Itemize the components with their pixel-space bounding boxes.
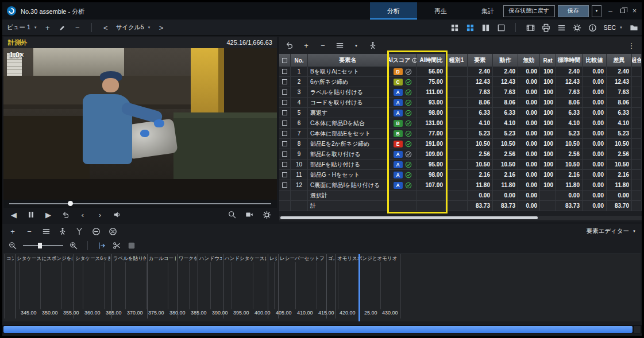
segment-label[interactable]: カールコード# (149, 255, 176, 262)
info-icon[interactable] (588, 23, 597, 32)
segment-boundary[interactable] (268, 254, 268, 318)
row-options-icon[interactable] (335, 41, 344, 50)
table-row[interactable]: 12C裏面に部品Iを貼り付けるA107.0011.8011.800.001001… (279, 180, 642, 191)
segment-boundary[interactable] (5, 254, 5, 318)
column-header-element[interactable]: 要素 (468, 54, 493, 67)
layout-quad-icon[interactable] (450, 23, 459, 32)
column-header-check[interactable] (279, 54, 291, 67)
split-branch-icon[interactable] (75, 227, 84, 236)
segment-label[interactable]: ゴム (328, 255, 334, 262)
step-back-button[interactable]: ‹ (78, 210, 87, 219)
ai-score-info-icon[interactable] (412, 57, 417, 63)
segment-boundary[interactable] (400, 254, 400, 318)
menu-icon[interactable] (557, 23, 566, 32)
segment-label[interactable]: レシーバーセットフォー3 (280, 255, 325, 262)
select-all-checkbox[interactable] (282, 58, 287, 63)
column-header-std[interactable]: 標準時間 (556, 54, 583, 67)
column-header-comb[interactable]: 組合 (632, 54, 642, 67)
segment-label[interactable]: シタケース6ヶ所 (75, 255, 110, 262)
table-row[interactable]: 9部品Eを取り付けるA109.002.562.560.001002.560.00… (279, 149, 642, 160)
column-header-name[interactable]: 要素名 (308, 54, 388, 67)
segment-label[interactable]: シタケースにスポンジをはめ (17, 255, 72, 262)
segment-label[interactable]: コン (6, 255, 14, 262)
column-header-rat[interactable]: Rat (540, 54, 556, 67)
segment-label[interactable]: ラベルを貼り付け (113, 255, 146, 262)
table-row[interactable]: 8部品Eを2か所ネジ締めE191.0010.5010.500.0010010.5… (279, 139, 642, 149)
segment-boundary[interactable] (177, 254, 178, 318)
column-header-score[interactable]: AIスコア (388, 54, 417, 67)
column-header-no[interactable]: No. (291, 54, 308, 67)
table-caret-button[interactable]: ▼ (352, 41, 361, 50)
segment-boundary[interactable] (278, 254, 279, 318)
table-more-button[interactable]: ⋮ (627, 41, 636, 50)
tab-分析[interactable]: 分析 (370, 2, 417, 20)
timeline-scrollbar-thumb[interactable] (3, 326, 633, 333)
segment-boundary[interactable] (111, 254, 112, 318)
zoom-in-icon[interactable] (69, 241, 78, 250)
remove-view-button[interactable]: − (73, 23, 82, 32)
add-view-button[interactable]: + (43, 23, 52, 32)
playhead-cursor[interactable] (358, 254, 360, 321)
table-row[interactable]: 1Bを取りAにセットD56.002.402.400.001002.400.002… (279, 67, 642, 77)
timeline-canvas[interactable]: コンシタケースにスポンジをはめシタケース6ヶ所ラベルを貼り付けカールコード#ワー… (3, 254, 641, 321)
row-checkbox[interactable] (282, 121, 287, 126)
video-export-icon[interactable] (526, 23, 535, 32)
view-selector[interactable]: ビュー 1▼ (7, 24, 37, 32)
progress-knob[interactable] (68, 201, 73, 206)
editor-title-dropdown[interactable]: 要素エディター ▼ (587, 227, 636, 235)
remove-element-button[interactable]: − (25, 227, 34, 236)
table-row[interactable]: 6C本体に部品Dを結合B131.004.104.100.001004.100.0… (279, 118, 642, 129)
table-row[interactable]: 26か所ネジ締めC75.0012.4312.430.0010012.430.00… (279, 77, 642, 87)
snap-to-cursor-icon[interactable] (97, 241, 106, 250)
video-zoom-button[interactable] (227, 210, 237, 219)
step-forward-button[interactable]: › (95, 210, 105, 219)
disable-element-icon[interactable] (91, 227, 101, 236)
tab-再生[interactable]: 再生 (417, 2, 464, 20)
table-row[interactable]: 11部品G・HをセットA98.002.162.160.001002.160.00… (279, 170, 642, 180)
zoom-slider[interactable] (23, 242, 63, 250)
row-checkbox[interactable] (282, 172, 287, 177)
zoom-out-icon[interactable] (8, 241, 17, 250)
column-header-comp[interactable]: 比較値 (583, 54, 607, 67)
segment-boundary[interactable] (74, 254, 74, 318)
cut-segment-icon[interactable] (112, 241, 121, 250)
row-checkbox[interactable] (282, 182, 287, 188)
delete-element-icon[interactable] (108, 227, 117, 236)
maximize-button[interactable] (616, 2, 628, 20)
pause-button[interactable] (26, 210, 36, 219)
close-button[interactable]: × (628, 2, 641, 20)
layout-quad-active-icon[interactable] (465, 23, 475, 32)
column-header-type1[interactable]: 種別1 (446, 54, 468, 67)
table-horizontal-scrollbar[interactable] (279, 216, 642, 220)
segment-boundary[interactable] (198, 254, 198, 318)
save-button[interactable]: 保存 (558, 5, 589, 17)
edit-pencil-icon[interactable] (58, 23, 67, 32)
column-header-diff[interactable]: 差異 (607, 54, 632, 67)
layout-split-icon[interactable] (481, 23, 490, 32)
folder-icon[interactable] (629, 23, 638, 32)
row-checkbox[interactable] (282, 131, 287, 136)
segment-label[interactable]: ハンドウエ (199, 255, 222, 262)
play-button[interactable]: ▶ (44, 210, 53, 219)
table-row[interactable]: 7C本体に部品EをセットB77.005.235.230.001005.230.0… (279, 129, 642, 139)
volume-button[interactable] (113, 210, 122, 219)
row-checkbox[interactable] (282, 100, 287, 105)
skip-back-button[interactable]: ◀ (9, 210, 18, 219)
video-frame[interactable]: 1.0× (3, 48, 277, 200)
segment-label[interactable]: ワークを (179, 255, 196, 262)
segment-boundary[interactable] (326, 254, 327, 318)
range-select-icon[interactable] (127, 241, 136, 250)
segment-boundary[interactable] (147, 254, 148, 318)
capture-button[interactable] (245, 210, 254, 219)
row-checkbox[interactable] (282, 151, 287, 157)
column-header-ratio[interactable]: AI時間比 (417, 54, 446, 67)
remove-row-button[interactable]: − (318, 41, 327, 50)
zoom-knob[interactable] (38, 243, 42, 248)
segment-label[interactable]: オモリスポンジとオモリオ (337, 255, 399, 262)
save-options-caret[interactable]: ▼ (592, 5, 601, 17)
cycle-selector[interactable]: サイクル5▼ (116, 24, 151, 32)
add-row-button[interactable]: + (302, 41, 311, 50)
table-row[interactable]: 10部品Fを貼り付けるA95.0010.5010.500.0010010.500… (279, 160, 642, 170)
element-list-icon[interactable] (41, 227, 51, 236)
video-settings-button[interactable] (262, 210, 271, 219)
